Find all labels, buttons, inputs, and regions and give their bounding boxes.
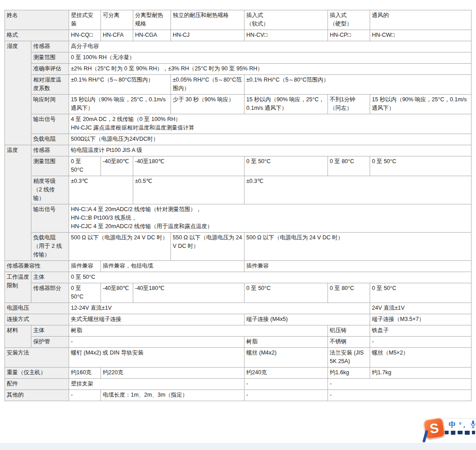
row-header-cell: 相对湿度温 度系数 (31, 75, 69, 95)
spec-cell: ±0.1% RH/°C（5～80°C范围内） (245, 75, 472, 95)
row-header-cell: 精度等级 （2 线传 输） (31, 176, 69, 204)
table-row: 重量（仅主机）约160克约220克约240克约1.6kg约1.7kg (5, 368, 472, 379)
spec-cell: - (328, 390, 472, 401)
table-row: 安装方法螺钉 (M4x2) 或 DIN 导轨安装螺丝 (M4x2)法兰安装 (J… (5, 348, 472, 368)
spec-cell: 15 秒以内（90% 响应，25°C，0.1m/s 通风下） (370, 95, 472, 114)
table-row: 材料主体树脂铝压铸铁盘子 (5, 325, 472, 337)
spec-cell: HN-CW□ (370, 30, 472, 41)
table-row: 温度传感器铂电阻温度计 Pt100 JIS A 级 (5, 145, 472, 156)
table-row: 准确率评估±2% RH（25°C 时为 0 至 90% RH），±3% RH（2… (5, 64, 472, 75)
spec-cell: 插件兼容，包括电缆 (101, 261, 245, 272)
spec-cell: 约160克 (69, 368, 101, 379)
spec-cell: - (245, 390, 328, 401)
row-header-cell: 主体 (31, 325, 69, 337)
spec-cell: 0 至 50°C (245, 156, 328, 176)
row-header-cell: 传感器兼容性 (5, 261, 69, 272)
spec-cell: 约1.7kg (370, 368, 472, 379)
spec-cell: ±2% RH（25°C 时为 0 至 90% RH），±3% RH（25°C 时… (69, 64, 472, 75)
row-header-cell: 输出信号 (31, 114, 69, 134)
spec-cell: ±0.1% RH/°C（5～80°C范围内） (69, 75, 171, 95)
spec-cell: 500 Ω 以下（电源电压为 24 V DC 时） (245, 233, 472, 261)
spec-cell: 不到1分钟 （同左） (328, 95, 370, 114)
row-header-cell: 输出信号 (31, 204, 69, 233)
microphone-icon[interactable] (470, 420, 476, 431)
spec-cell: 少于 30 秒（90% 响应） (171, 95, 245, 114)
ime-punctuation-toggle[interactable]: °， (459, 422, 467, 428)
spec-cell: HN-CFA (101, 30, 133, 41)
spec-cell: 500Ω以下（电源电压为24VDC时） (69, 134, 472, 145)
spec-cell: 插件兼容 (69, 261, 101, 272)
spec-cell: 0 至 50°C (245, 283, 328, 303)
spec-cell: 分离型耐热 规格 (133, 10, 171, 30)
spec-cell: 树脂 (245, 337, 328, 348)
spec-cell: 铁盘子 (370, 325, 472, 337)
row-header-cell: 姓名 (5, 10, 69, 30)
spec-cell: 夹式无螺丝端子连接 (69, 314, 245, 325)
row-header-cell: 负载电阻 (31, 134, 69, 145)
spec-cell: 0 至 50°C (69, 283, 101, 303)
spec-cell: 壁挂式安 装 (69, 10, 101, 30)
row-header-cell: 主体 (31, 272, 69, 283)
table-row: 传感器部分0 至 50°C-40至80℃-40至180℃0 至 50°C0 至 … (5, 283, 472, 303)
bottom-strip (0, 443, 476, 450)
spec-cell: ±0.3℃ (69, 176, 133, 204)
row-header-cell: 保护管 (31, 337, 69, 348)
spec-cell: 0 至 50°C (69, 156, 101, 176)
spec-cell: ±0.5℃ (133, 176, 245, 204)
spec-cell: HN-CJ (171, 30, 245, 41)
spec-cell: 15 秒以内（90% 响应，25°C，0.1m/s 通风下） (69, 95, 171, 114)
table-row: 其他的-电缆长度：1m、2m、3m（指定）-- (5, 390, 472, 401)
spec-table-body: 姓名壁挂式安 装可分离分离型耐热 规格独立的耐压和耐热规格插入式 （软式）插入式… (5, 10, 472, 401)
spec-cell: -40至80℃ (101, 283, 133, 303)
row-header-cell: 安装方法 (5, 348, 69, 368)
spec-cell: 约220克 (101, 368, 245, 379)
row-header-cell: 材料 (5, 325, 31, 348)
spec-cell: - (245, 379, 328, 390)
spec-cell: HN-C□A 4 至 20mADC/2 线传输（针对测量范围）， HN-C□B … (69, 204, 472, 233)
row-header-cell: 工作温度限制 (5, 272, 31, 303)
spec-cell: - (69, 390, 101, 401)
spec-cell: 500 Ω 以下（电源电压为 24 V DC 时） (69, 233, 171, 261)
sogou-logo-letter: S (429, 421, 440, 436)
spec-cell: 插入式 （硬型） (328, 10, 370, 30)
ime-toolbar[interactable]: 中 °， (442, 418, 476, 432)
spec-cell: 通风的 (370, 10, 472, 30)
table-row: 配件壁挂支架-- (5, 379, 472, 390)
table-row: 测量范围0 至 100% RH（无冷凝） (5, 52, 472, 64)
spec-cell: 铝压铸 (328, 325, 370, 337)
spec-cell: 高分子电容 (69, 41, 472, 52)
table-row: 湿度传感器高分子电容 (5, 41, 472, 52)
table-row: 传感器兼容性插件兼容插件兼容，包括电缆插件兼容 (5, 261, 472, 272)
table-row: 保护管-树脂不锈钢- (5, 337, 472, 348)
spec-cell: ±0.05% RH/°C（5～80°C范围内） (171, 75, 245, 95)
spec-cell: 不锈钢 (328, 337, 370, 348)
table-row: 相对湿度温 度系数±0.1% RH/°C（5～80°C范围内）±0.05% RH… (5, 75, 472, 95)
spec-cell: 0 至 80°C (328, 283, 370, 303)
spec-cell: 0 至 50°C (370, 283, 472, 303)
spec-table: 姓名壁挂式安 装可分离分离型耐热 规格独立的耐压和耐热规格插入式 （软式）插入式… (4, 10, 472, 401)
row-header-cell: 测量范围 (31, 52, 69, 64)
spec-cell: 0 至 50°C (69, 272, 472, 283)
spec-cell: 0 至 80°C (328, 156, 370, 176)
spec-cell: HN-CP□ (328, 30, 370, 41)
spec-cell: 0 至 100% RH（无冷凝） (69, 52, 472, 64)
table-row: 格式HN-CQ□HN-CFAHN-CGAHN-CJHN-CV□HN-CP□HN-… (5, 30, 472, 41)
spec-cell: - (328, 379, 472, 390)
spec-cell: 插入式 （软式） (245, 10, 328, 30)
table-row: 精度等级 （2 线传 输）±0.3℃±0.5℃±0.3℃ (5, 176, 472, 204)
table-row: 电源电压12-24V 直流±1V24V 直流±1V (5, 303, 472, 314)
table-row: 姓名壁挂式安 装可分离分离型耐热 规格独立的耐压和耐热规格插入式 （软式）插入式… (5, 10, 472, 30)
spec-cell: 独立的耐压和耐热规格 (171, 10, 245, 30)
row-header-cell: 温度 (5, 145, 31, 261)
table-row: 响应时间15 秒以内（90% 响应，25°C，0.1m/s 通风下）少于 30 … (5, 95, 472, 114)
ime-language-toggle[interactable]: 中 (449, 421, 456, 428)
spec-cell: 12-24V 直流±1V (69, 303, 370, 314)
spec-cell: -40至80℃ (101, 156, 133, 176)
spec-cell: 0 至 50°C (370, 156, 472, 176)
table-row: 连接方式夹式无螺丝端子连接端子连接 (M4x5)端子连接（M3.5×7） (5, 314, 472, 325)
spec-cell: 插件兼容 (245, 261, 472, 272)
spec-cell: 电缆长度：1m、2m、3m（指定） (101, 390, 245, 401)
spec-cell: 法兰安装 (JIS 5K 25A) (328, 348, 370, 368)
table-row: 输出信号HN-C□A 4 至 20mADC/2 线传输（针对测量范围）， HN-… (5, 204, 472, 233)
spec-cell: 24V 直流±1V (370, 303, 472, 314)
